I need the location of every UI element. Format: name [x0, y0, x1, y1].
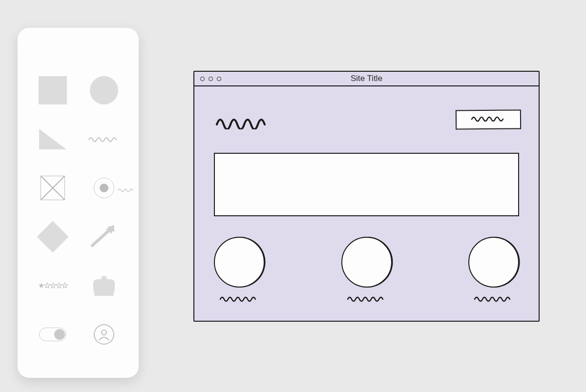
page-title: Site Title — [194, 74, 539, 83]
browser-titlebar: Site Title — [194, 72, 539, 86]
star-rating-shape[interactable]: ★★★★★ — [33, 266, 72, 305]
feature-row — [214, 237, 519, 304]
tag-shape[interactable] — [84, 266, 124, 305]
feature-item[interactable] — [341, 237, 392, 304]
triangle-icon — [39, 129, 66, 149]
image-placeholder-icon — [41, 176, 65, 200]
hero-image-placeholder[interactable] — [214, 153, 519, 216]
logo-placeholder[interactable] — [215, 117, 277, 131]
feature-circle-icon — [214, 237, 265, 288]
arrow-shape[interactable] — [84, 217, 124, 256]
radio-shape[interactable] — [84, 168, 124, 207]
browser-window[interactable]: Site Title — [193, 71, 540, 322]
circle-shape[interactable] — [84, 71, 124, 110]
feature-label-placeholder — [346, 295, 387, 304]
feature-circle-icon — [468, 237, 519, 288]
toggle-icon — [39, 328, 66, 341]
square-icon — [39, 76, 67, 104]
feature-label-placeholder — [473, 295, 514, 304]
feature-item[interactable] — [468, 237, 519, 304]
scribble-shape[interactable] — [84, 120, 124, 159]
image-placeholder-shape[interactable] — [33, 168, 72, 207]
circle-icon — [90, 76, 118, 104]
svg-point-3 — [102, 330, 106, 335]
page-body — [194, 86, 539, 321]
scribble-icon — [88, 136, 120, 143]
diamond-icon — [37, 221, 68, 252]
tag-icon — [90, 275, 118, 296]
cta-button[interactable] — [456, 109, 521, 129]
avatar-icon — [94, 324, 114, 345]
window-controls[interactable] — [200, 77, 221, 81]
maximize-icon[interactable] — [217, 77, 221, 81]
avatar-shape[interactable] — [84, 315, 124, 354]
square-shape[interactable] — [33, 71, 72, 110]
star-rating-icon: ★★★★★ — [38, 281, 67, 290]
minimize-icon[interactable] — [209, 77, 213, 81]
toggle-shape[interactable] — [33, 315, 72, 354]
svg-marker-0 — [39, 129, 66, 149]
close-icon[interactable] — [200, 77, 205, 81]
feature-item[interactable] — [214, 237, 265, 304]
shape-palette-panel: ★★★★★ — [18, 28, 139, 378]
arrow-icon — [89, 223, 119, 250]
feature-label-placeholder — [219, 295, 260, 304]
triangle-shape[interactable] — [33, 120, 72, 159]
svg-rect-2 — [93, 279, 115, 294]
design-canvas[interactable]: ★★★★★ — [0, 0, 586, 392]
diamond-shape[interactable] — [33, 217, 72, 256]
cta-label-placeholder — [470, 115, 506, 124]
radio-icon — [94, 178, 114, 198]
feature-circle-icon — [341, 237, 392, 288]
